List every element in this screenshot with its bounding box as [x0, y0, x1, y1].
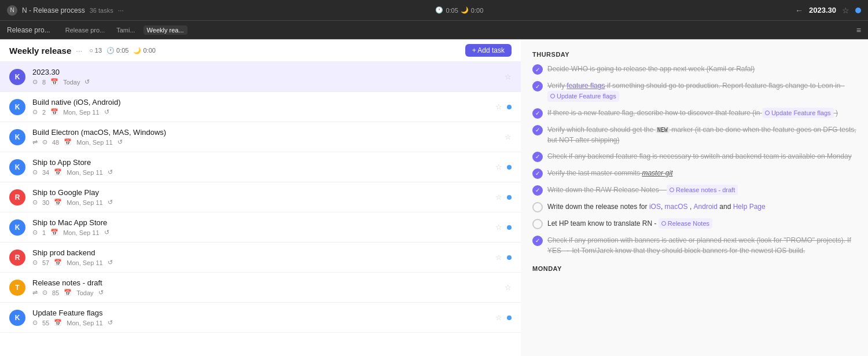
subtask-icon: ⊙	[32, 78, 38, 86]
check-circle[interactable]	[532, 219, 543, 229]
right-panel: THURSDAY Decide WHO is going to release …	[521, 39, 868, 356]
check-link[interactable]: Android	[694, 203, 718, 211]
check-circle[interactable]	[532, 64, 543, 75]
item-name: Ship to Mac App Store	[32, 218, 495, 227]
item-star-icon[interactable]: ☆	[495, 223, 502, 232]
subtask-icon: ⊙	[32, 229, 38, 236]
check-link[interactable]: feature flags	[567, 82, 605, 90]
check-circle[interactable]	[532, 125, 543, 135]
nav-arrow[interactable]: ←	[795, 6, 803, 15]
tab-weekly-rea[interactable]: Weekly rea...	[144, 25, 187, 35]
clock-icon: 🕐	[435, 6, 443, 14]
check-circle[interactable]	[532, 168, 543, 179]
avatar: K	[9, 219, 25, 236]
item-right: ☆	[505, 283, 512, 292]
check-text: Verify the last master commits master-gi…	[547, 168, 856, 178]
item-right: ☆	[495, 163, 512, 171]
left-header: Weekly release ··· ○ 13 🕐 0:05 🌙 0:00 + …	[0, 39, 521, 62]
item-content: 2023.30⊙8📅Today↺	[32, 68, 505, 86]
item-star-icon[interactable]: ☆	[495, 193, 502, 201]
list-item[interactable]: KShip to Mac App Store⊙1📅Mon, Sep 11↺☆	[0, 212, 521, 243]
header-more-btn[interactable]: ···	[76, 46, 82, 55]
item-star-icon[interactable]: ☆	[495, 102, 502, 111]
item-star-icon[interactable]: ☆	[505, 283, 512, 292]
check-text: Verify feature flags if something should…	[547, 80, 856, 102]
tab-release-pro[interactable]: Release pro...	[62, 25, 108, 35]
top-bar-more[interactable]: ···	[118, 6, 124, 14]
add-task-button[interactable]: + Add task	[465, 44, 512, 57]
item-date: Mon, Sep 11	[67, 199, 102, 206]
list-item[interactable]: KBuild Electron (macOS, MAS, Windows)⇌⊙4…	[0, 122, 521, 152]
item-date: Mon, Sep 11	[67, 169, 102, 176]
item-star-icon[interactable]: ☆	[505, 133, 512, 141]
code-tag: NEW	[656, 127, 670, 133]
moon-icon-sm: 🌙	[133, 47, 141, 54]
subtask-count: 1	[42, 229, 46, 236]
check-text: Verify which feature should get the NEW …	[547, 124, 856, 145]
list-item[interactable]: KBuild native (iOS, Android)⊙2📅Mon, Sep …	[0, 92, 521, 122]
tab-tami[interactable]: Tami...	[113, 25, 138, 35]
item-star-icon[interactable]: ☆	[495, 163, 502, 171]
refresh-icon: ↺	[104, 108, 109, 116]
item-star-icon[interactable]: ☆	[495, 313, 502, 322]
item-name: Update Feature flags	[32, 309, 495, 317]
notification-dot	[507, 165, 512, 170]
version-label: 2023.30	[809, 6, 836, 14]
item-right: ☆	[495, 253, 512, 262]
list-item[interactable]: TRelease notes - draft⇌⊙85📅Today↺☆	[0, 273, 521, 303]
item-right: ☆	[505, 133, 512, 141]
checklist-container: Decide WHO is going to release the app n…	[532, 64, 856, 256]
tag-pill[interactable]: Update Feature flags	[547, 91, 619, 102]
item-date: Mon, Sep 11	[63, 229, 99, 236]
avatar: K	[9, 310, 25, 326]
refresh-icon: ↺	[117, 138, 123, 146]
list-item[interactable]: RShip prod backend⊙57📅Mon, Sep 11↺☆	[0, 243, 521, 273]
star-icon[interactable]: ☆	[842, 6, 849, 15]
item-meta: ⇌⊙85📅Today↺	[32, 289, 505, 296]
tag-pill[interactable]: Update Feature flags	[762, 108, 834, 119]
item-meta: ⊙55📅Mon, Sep 11↺	[32, 319, 495, 326]
item-meta: ⊙34📅Mon, Sep 11↺	[32, 168, 495, 176]
item-meta: ⇌⊙48📅Mon, Sep 11↺	[32, 138, 505, 146]
list-view-icon[interactable]: ≡	[856, 25, 861, 35]
item-star-icon[interactable]: ☆	[505, 72, 512, 81]
list-item[interactable]: KUpdate Feature flags⊙55📅Mon, Sep 11↺☆	[0, 303, 521, 333]
notification-dot	[507, 225, 512, 230]
subtask-count: 2	[42, 109, 46, 116]
item-content: Build native (iOS, Android)⊙2📅Mon, Sep 1…	[32, 98, 495, 116]
check-circle[interactable]	[532, 185, 543, 196]
item-name: Release notes - draft	[32, 278, 505, 287]
check-link[interactable]: Help Page	[733, 203, 766, 211]
tag-pill[interactable]: Release notes - draft	[667, 185, 738, 196]
list-item[interactable]: KShip to App Store⊙34📅Mon, Sep 11↺☆	[0, 152, 521, 182]
avatar: K	[9, 69, 25, 85]
check-link[interactable]: macOS	[665, 203, 688, 211]
check-text: Decide WHO is going to release the app n…	[547, 64, 856, 74]
calendar-icon: 📅	[50, 108, 58, 116]
app-icon: N	[7, 5, 17, 16]
check-link[interactable]: iOS	[649, 203, 661, 211]
refresh-icon: ↺	[108, 319, 113, 326]
avatar: K	[9, 159, 25, 175]
subtask-count: 8	[42, 79, 46, 86]
checklist-item: Verify feature flags if something should…	[532, 80, 856, 102]
list-item[interactable]: K2023.30⊙8📅Today↺☆	[0, 62, 521, 92]
item-content: Ship to Mac App Store⊙1📅Mon, Sep 11↺	[32, 218, 495, 236]
item-meta: ⊙2📅Mon, Sep 11↺	[32, 108, 495, 116]
list-item[interactable]: RShip to Google Play⊙30📅Mon, Sep 11↺☆	[0, 182, 521, 212]
item-date: Mon, Sep 11	[63, 109, 99, 116]
item-star-icon[interactable]: ☆	[495, 253, 502, 262]
check-text: If there is a new feature flag, describe…	[547, 108, 856, 119]
check-circle[interactable]	[532, 108, 543, 119]
check-circle[interactable]	[532, 81, 543, 91]
item-right: ☆	[505, 72, 512, 81]
tag-pill[interactable]: Release Notes	[659, 218, 712, 229]
subtask-count: 34	[42, 169, 49, 176]
check-circle[interactable]	[532, 152, 543, 162]
check-circle[interactable]	[532, 202, 543, 212]
check-circle[interactable]	[532, 236, 543, 246]
avatar: K	[9, 129, 25, 145]
git-link[interactable]: master-git	[642, 169, 672, 177]
top-bar: N N - Release process 36 tasks ··· 🕐 0:0…	[0, 0, 868, 21]
top-bar-center: 🕐 0:05 🌙 0:00	[435, 6, 483, 14]
